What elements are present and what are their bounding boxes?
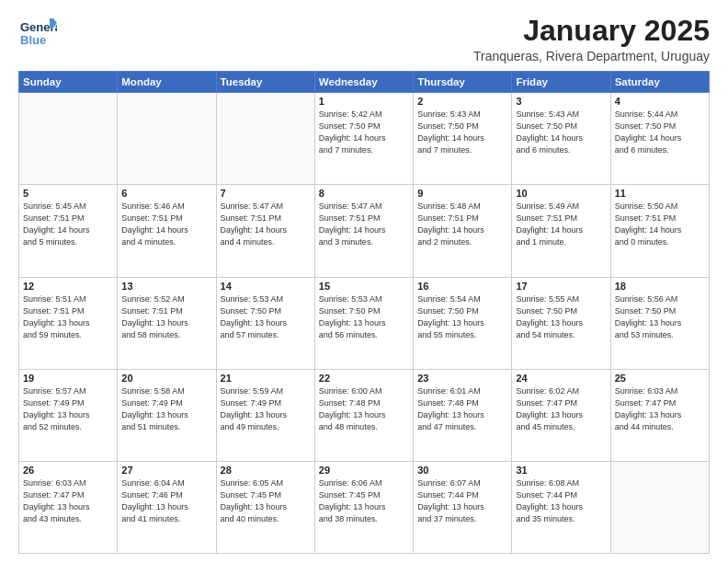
calendar-cell <box>216 93 314 185</box>
calendar-cell: 14Sunrise: 5:53 AM Sunset: 7:50 PM Dayli… <box>216 277 314 369</box>
day-number: 16 <box>417 281 507 292</box>
day-number: 13 <box>121 281 211 292</box>
calendar-week-row: 5Sunrise: 5:45 AM Sunset: 7:51 PM Daylig… <box>19 185 710 277</box>
calendar-cell: 16Sunrise: 5:54 AM Sunset: 7:50 PM Dayli… <box>414 277 512 369</box>
calendar-cell: 6Sunrise: 5:46 AM Sunset: 7:51 PM Daylig… <box>118 185 216 277</box>
day-info: Sunrise: 6:00 AM Sunset: 7:48 PM Dayligh… <box>319 385 409 433</box>
day-info: Sunrise: 6:02 AM Sunset: 7:47 PM Dayligh… <box>516 385 606 433</box>
day-info: Sunrise: 5:47 AM Sunset: 7:51 PM Dayligh… <box>221 201 311 248</box>
calendar-cell: 31Sunrise: 6:08 AM Sunset: 7:44 PM Dayli… <box>512 461 610 553</box>
day-info: Sunrise: 6:05 AM Sunset: 7:45 PM Dayligh… <box>221 477 311 525</box>
day-info: Sunrise: 5:53 AM Sunset: 7:50 PM Dayligh… <box>319 293 409 341</box>
day-info: Sunrise: 5:54 AM Sunset: 7:50 PM Dayligh… <box>417 293 507 341</box>
day-info: Sunrise: 6:06 AM Sunset: 7:45 PM Dayligh… <box>319 477 409 525</box>
header: General Blue January 2025 Tranqueras, Ri… <box>18 15 710 63</box>
day-info: Sunrise: 5:53 AM Sunset: 7:50 PM Dayligh… <box>221 293 311 341</box>
day-number: 22 <box>319 373 409 384</box>
svg-text:Blue: Blue <box>20 33 46 47</box>
calendar-cell: 22Sunrise: 6:00 AM Sunset: 7:48 PM Dayli… <box>314 369 413 461</box>
day-info: Sunrise: 5:44 AM Sunset: 7:50 PM Dayligh… <box>615 109 705 156</box>
day-number: 10 <box>516 188 606 199</box>
weekday-header-wednesday: Wednesday <box>314 72 413 93</box>
calendar-cell: 23Sunrise: 6:01 AM Sunset: 7:48 PM Dayli… <box>414 369 512 461</box>
day-info: Sunrise: 5:48 AM Sunset: 7:51 PM Dayligh… <box>417 201 507 248</box>
day-number: 2 <box>417 96 507 107</box>
day-info: Sunrise: 5:52 AM Sunset: 7:51 PM Dayligh… <box>121 293 211 341</box>
calendar-cell: 11Sunrise: 5:50 AM Sunset: 7:51 PM Dayli… <box>610 185 709 277</box>
day-info: Sunrise: 5:50 AM Sunset: 7:51 PM Dayligh… <box>615 201 705 248</box>
day-number: 15 <box>319 281 409 292</box>
day-number: 12 <box>23 281 113 292</box>
calendar-cell: 13Sunrise: 5:52 AM Sunset: 7:51 PM Dayli… <box>118 277 216 369</box>
day-number: 28 <box>221 465 311 476</box>
day-info: Sunrise: 5:56 AM Sunset: 7:50 PM Dayligh… <box>615 293 705 341</box>
calendar-table: SundayMondayTuesdayWednesdayThursdayFrid… <box>18 71 710 554</box>
day-number: 25 <box>615 373 705 384</box>
day-number: 19 <box>23 373 113 384</box>
day-number: 26 <box>23 465 113 476</box>
calendar-cell: 19Sunrise: 5:57 AM Sunset: 7:49 PM Dayli… <box>19 369 118 461</box>
calendar-cell <box>610 461 709 553</box>
weekday-header-friday: Friday <box>512 72 610 93</box>
calendar-cell: 20Sunrise: 5:58 AM Sunset: 7:49 PM Dayli… <box>118 369 216 461</box>
calendar-cell: 29Sunrise: 6:06 AM Sunset: 7:45 PM Dayli… <box>314 461 413 553</box>
day-number: 20 <box>121 373 211 384</box>
calendar-cell: 5Sunrise: 5:45 AM Sunset: 7:51 PM Daylig… <box>19 185 118 277</box>
day-info: Sunrise: 5:57 AM Sunset: 7:49 PM Dayligh… <box>23 385 113 433</box>
day-info: Sunrise: 5:58 AM Sunset: 7:49 PM Dayligh… <box>121 385 211 433</box>
weekday-header-row: SundayMondayTuesdayWednesdayThursdayFrid… <box>19 72 710 93</box>
weekday-header-saturday: Saturday <box>610 72 709 93</box>
day-info: Sunrise: 6:04 AM Sunset: 7:46 PM Dayligh… <box>121 477 211 525</box>
calendar-cell: 27Sunrise: 6:04 AM Sunset: 7:46 PM Dayli… <box>118 461 216 553</box>
calendar-cell: 28Sunrise: 6:05 AM Sunset: 7:45 PM Dayli… <box>216 461 314 553</box>
day-number: 8 <box>319 188 409 199</box>
day-number: 29 <box>319 465 409 476</box>
calendar-week-row: 12Sunrise: 5:51 AM Sunset: 7:51 PM Dayli… <box>19 277 710 369</box>
calendar-cell: 9Sunrise: 5:48 AM Sunset: 7:51 PM Daylig… <box>414 185 512 277</box>
calendar-cell: 7Sunrise: 5:47 AM Sunset: 7:51 PM Daylig… <box>216 185 314 277</box>
day-number: 21 <box>221 373 311 384</box>
day-number: 11 <box>615 188 705 199</box>
calendar-cell: 18Sunrise: 5:56 AM Sunset: 7:50 PM Dayli… <box>610 277 709 369</box>
calendar-cell: 24Sunrise: 6:02 AM Sunset: 7:47 PM Dayli… <box>512 369 610 461</box>
day-number: 24 <box>516 373 606 384</box>
calendar-week-row: 26Sunrise: 6:03 AM Sunset: 7:47 PM Dayli… <box>19 461 710 553</box>
calendar-cell: 1Sunrise: 5:42 AM Sunset: 7:50 PM Daylig… <box>314 93 413 185</box>
day-number: 4 <box>615 96 705 107</box>
logo: General Blue <box>18 15 57 50</box>
day-number: 14 <box>221 281 311 292</box>
svg-rect-3 <box>50 18 53 28</box>
day-info: Sunrise: 5:49 AM Sunset: 7:51 PM Dayligh… <box>516 201 606 248</box>
day-info: Sunrise: 5:46 AM Sunset: 7:51 PM Dayligh… <box>121 201 211 248</box>
logo-icon: General Blue <box>18 15 57 50</box>
day-info: Sunrise: 5:43 AM Sunset: 7:50 PM Dayligh… <box>516 109 606 156</box>
day-number: 1 <box>319 96 409 107</box>
calendar-cell <box>118 93 216 185</box>
location-title: Tranqueras, Rivera Department, Uruguay <box>473 49 710 63</box>
calendar-cell: 3Sunrise: 5:43 AM Sunset: 7:50 PM Daylig… <box>512 93 610 185</box>
day-info: Sunrise: 5:47 AM Sunset: 7:51 PM Dayligh… <box>319 201 409 248</box>
day-info: Sunrise: 5:59 AM Sunset: 7:49 PM Dayligh… <box>221 385 311 433</box>
day-info: Sunrise: 6:01 AM Sunset: 7:48 PM Dayligh… <box>417 385 507 433</box>
calendar-cell: 30Sunrise: 6:07 AM Sunset: 7:44 PM Dayli… <box>414 461 512 553</box>
day-number: 27 <box>121 465 211 476</box>
title-block: January 2025 Tranqueras, Rivera Departme… <box>473 15 710 63</box>
day-number: 9 <box>417 188 507 199</box>
weekday-header-thursday: Thursday <box>414 72 512 93</box>
day-number: 18 <box>615 281 705 292</box>
weekday-header-tuesday: Tuesday <box>216 72 314 93</box>
day-info: Sunrise: 6:03 AM Sunset: 7:47 PM Dayligh… <box>23 477 113 525</box>
calendar-week-row: 1Sunrise: 5:42 AM Sunset: 7:50 PM Daylig… <box>19 93 710 185</box>
day-info: Sunrise: 5:42 AM Sunset: 7:50 PM Dayligh… <box>319 109 409 156</box>
day-number: 31 <box>516 465 606 476</box>
calendar-cell: 17Sunrise: 5:55 AM Sunset: 7:50 PM Dayli… <box>512 277 610 369</box>
day-number: 23 <box>417 373 507 384</box>
calendar-cell <box>19 93 118 185</box>
day-number: 30 <box>417 465 507 476</box>
calendar-cell: 25Sunrise: 6:03 AM Sunset: 7:47 PM Dayli… <box>610 369 709 461</box>
calendar-cell: 26Sunrise: 6:03 AM Sunset: 7:47 PM Dayli… <box>19 461 118 553</box>
calendar-cell: 4Sunrise: 5:44 AM Sunset: 7:50 PM Daylig… <box>610 93 709 185</box>
calendar-cell: 15Sunrise: 5:53 AM Sunset: 7:50 PM Dayli… <box>314 277 413 369</box>
day-number: 5 <box>23 188 113 199</box>
calendar-cell: 21Sunrise: 5:59 AM Sunset: 7:49 PM Dayli… <box>216 369 314 461</box>
